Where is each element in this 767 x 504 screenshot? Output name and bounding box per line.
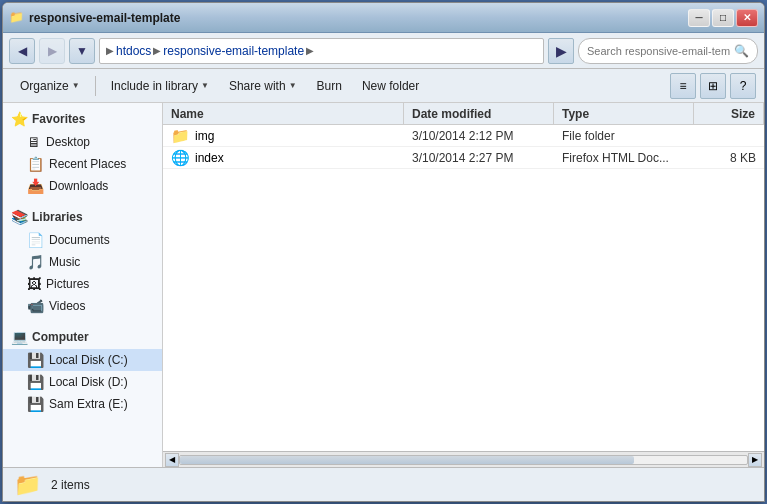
back-button[interactable]: ◀ <box>9 38 35 64</box>
col-type[interactable]: Type <box>554 103 694 124</box>
favorites-header[interactable]: ⭐ Favorites <box>3 107 162 131</box>
search-icon[interactable]: 🔍 <box>734 44 749 58</box>
toolbar-right: ≡ ⊞ ? <box>670 73 756 99</box>
search-input[interactable] <box>587 45 730 57</box>
minimize-button[interactable]: ─ <box>688 9 710 27</box>
sidebar-item-desktop[interactable]: 🖥 Desktop <box>3 131 162 153</box>
file-icon-index: 🌐 index <box>163 147 404 168</box>
close-button[interactable]: ✕ <box>736 9 758 27</box>
organize-button[interactable]: Organize ▼ <box>11 73 89 99</box>
computer-icon: 💻 <box>11 329 28 345</box>
organize-dropdown-icon: ▼ <box>72 81 80 90</box>
recent-icon: 📋 <box>27 156 44 172</box>
favorites-section: ⭐ Favorites 🖥 Desktop 📋 Recent Places 📥 … <box>3 103 162 201</box>
burn-button[interactable]: Burn <box>308 73 351 99</box>
videos-label: Videos <box>49 299 85 313</box>
recent-label: Recent Places <box>49 157 126 171</box>
desktop-label: Desktop <box>46 135 90 149</box>
sidebar-item-recent[interactable]: 📋 Recent Places <box>3 153 162 175</box>
html-icon-index: 🌐 <box>171 149 190 167</box>
file-row-index[interactable]: 🌐 index 3/10/2014 2:27 PM Firefox HTML D… <box>163 147 764 169</box>
file-type-index: Firefox HTML Doc... <box>554 147 694 168</box>
explorer-window: 📁 responsive-email-template ─ □ ✕ ◀ ▶ ▼ … <box>2 2 765 502</box>
music-label: Music <box>49 255 80 269</box>
file-list: 📁 img 3/10/2014 2:12 PM File folder 🌐 in… <box>163 125 764 451</box>
col-name[interactable]: Name <box>163 103 404 124</box>
documents-icon: 📄 <box>27 232 44 248</box>
address-go-button[interactable]: ▶ <box>548 38 574 64</box>
downloads-icon: 📥 <box>27 178 44 194</box>
file-row-img[interactable]: 📁 img 3/10/2014 2:12 PM File folder <box>163 125 764 147</box>
sam-label: Sam Extra (E:) <box>49 397 128 411</box>
window-icon: 📁 <box>9 10 25 26</box>
local-d-label: Local Disk (D:) <box>49 375 128 389</box>
address-path[interactable]: ▶ htdocs ▶ responsive-email-template ▶ <box>99 38 544 64</box>
help-button[interactable]: ? <box>730 73 756 99</box>
scroll-left-button[interactable]: ◀ <box>165 453 179 467</box>
sam-icon: 💾 <box>27 396 44 412</box>
favorites-label: Favorites <box>32 112 85 126</box>
window-title: responsive-email-template <box>29 11 180 25</box>
file-type-img: File folder <box>554 125 694 146</box>
search-box[interactable]: 🔍 <box>578 38 758 64</box>
sidebar-item-music[interactable]: 🎵 Music <box>3 251 162 273</box>
toolbar: Organize ▼ Include in library ▼ Share wi… <box>3 69 764 103</box>
sidebar: ⭐ Favorites 🖥 Desktop 📋 Recent Places 📥 … <box>3 103 163 467</box>
favorites-icon: ⭐ <box>11 111 28 127</box>
sidebar-item-videos[interactable]: 📹 Videos <box>3 295 162 317</box>
computer-label: Computer <box>32 330 89 344</box>
file-name-img: img <box>195 129 214 143</box>
sidebar-item-sam[interactable]: 💾 Sam Extra (E:) <box>3 393 162 415</box>
status-bar: 📁 2 items <box>3 467 764 501</box>
scrollbar-thumb <box>180 456 634 464</box>
column-header: Name Date modified Type Size <box>163 103 764 125</box>
local-d-icon: 💾 <box>27 374 44 390</box>
computer-header[interactable]: 💻 Computer <box>3 325 162 349</box>
include-dropdown-icon: ▼ <box>201 81 209 90</box>
share-button[interactable]: Share with ▼ <box>220 73 306 99</box>
path-separator-3: ▶ <box>306 45 314 56</box>
sidebar-item-local-c[interactable]: 💾 Local Disk (C:) <box>3 349 162 371</box>
desktop-icon: 🖥 <box>27 134 41 150</box>
title-bar-controls: ─ □ ✕ <box>688 9 758 27</box>
sidebar-item-local-d[interactable]: 💾 Local Disk (D:) <box>3 371 162 393</box>
address-bar: ◀ ▶ ▼ ▶ htdocs ▶ responsive-email-templa… <box>3 33 764 69</box>
file-icon-img: 📁 img <box>163 125 404 146</box>
libraries-section: 📚 Libraries 📄 Documents 🎵 Music 🖼 Pictur… <box>3 201 162 321</box>
downloads-label: Downloads <box>49 179 108 193</box>
path-separator-1: ▶ <box>106 45 114 56</box>
libraries-label: Libraries <box>32 210 83 224</box>
col-size[interactable]: Size <box>694 103 764 124</box>
libraries-header[interactable]: 📚 Libraries <box>3 205 162 229</box>
share-label: Share with <box>229 79 286 93</box>
dropdown-button[interactable]: ▼ <box>69 38 95 64</box>
new-folder-button[interactable]: New folder <box>353 73 428 99</box>
sidebar-item-documents[interactable]: 📄 Documents <box>3 229 162 251</box>
include-library-button[interactable]: Include in library ▼ <box>102 73 218 99</box>
maximize-button[interactable]: □ <box>712 9 734 27</box>
path-folder[interactable]: responsive-email-template <box>163 44 304 58</box>
path-htdocs[interactable]: htdocs <box>116 44 151 58</box>
title-bar: 📁 responsive-email-template ─ □ ✕ <box>3 3 764 33</box>
videos-icon: 📹 <box>27 298 44 314</box>
burn-label: Burn <box>317 79 342 93</box>
path-separator-2: ▶ <box>153 45 161 56</box>
organize-label: Organize <box>20 79 69 93</box>
local-c-label: Local Disk (C:) <box>49 353 128 367</box>
status-items-count: 2 items <box>51 478 90 492</box>
scrollbar-area: ◀ ▶ <box>163 451 764 467</box>
main-content: ⭐ Favorites 🖥 Desktop 📋 Recent Places 📥 … <box>3 103 764 467</box>
pictures-label: Pictures <box>46 277 89 291</box>
scroll-right-button[interactable]: ▶ <box>748 453 762 467</box>
file-date-index: 3/10/2014 2:27 PM <box>404 147 554 168</box>
pictures-icon: 🖼 <box>27 276 41 292</box>
sidebar-item-pictures[interactable]: 🖼 Pictures <box>3 273 162 295</box>
include-label: Include in library <box>111 79 198 93</box>
view-details-button[interactable]: ≡ <box>670 73 696 99</box>
col-date[interactable]: Date modified <box>404 103 554 124</box>
view-toggle-button[interactable]: ⊞ <box>700 73 726 99</box>
forward-button[interactable]: ▶ <box>39 38 65 64</box>
horizontal-scrollbar[interactable] <box>179 455 748 465</box>
sidebar-item-downloads[interactable]: 📥 Downloads <box>3 175 162 197</box>
new-folder-label: New folder <box>362 79 419 93</box>
